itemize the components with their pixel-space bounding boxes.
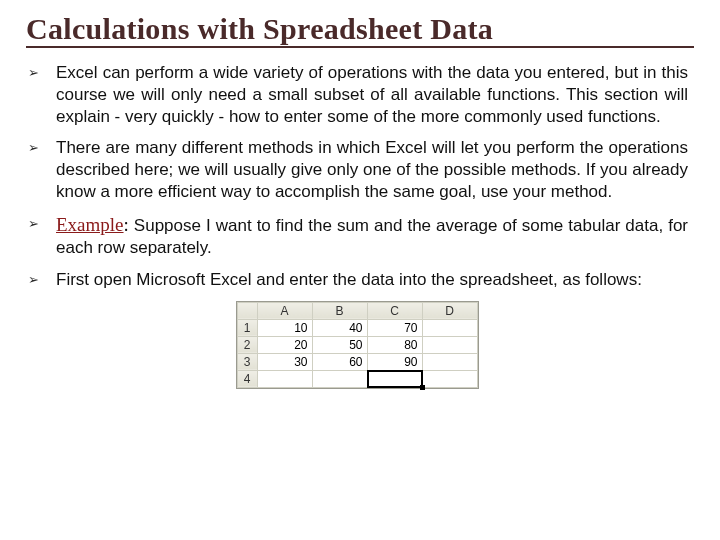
excel-cell: 10: [257, 319, 312, 336]
excel-row-header: 4: [237, 370, 257, 387]
excel-column-header: D: [422, 302, 477, 319]
excel-cell: [422, 353, 477, 370]
excel-cell: [422, 336, 477, 353]
excel-cell: 80: [367, 336, 422, 353]
paragraph: Excel can perform a wide variety of oper…: [56, 62, 688, 127]
excel-cell: [422, 370, 477, 387]
chevron-right-icon: ➢: [26, 62, 56, 84]
excel-row: 2 20 50 80: [237, 336, 477, 353]
excel-row: 1 10 40 70: [237, 319, 477, 336]
chevron-right-icon: ➢: [26, 137, 56, 159]
fill-handle-icon: [420, 385, 425, 390]
excel-cell: 30: [257, 353, 312, 370]
paragraph: First open Microsoft Excel and enter the…: [56, 269, 688, 291]
spreadsheet-figure: A B C D 1 10 40 70 2 20: [26, 301, 688, 389]
excel-cell: 50: [312, 336, 367, 353]
excel-cell: 20: [257, 336, 312, 353]
selection-outline-icon: [367, 370, 423, 388]
example-text: Suppose I want to find the sum and the a…: [56, 216, 688, 257]
excel-cell: 60: [312, 353, 367, 370]
excel-active-cell: [367, 370, 422, 387]
chevron-right-icon: ➢: [26, 213, 56, 235]
chevron-right-icon: ➢: [26, 269, 56, 291]
excel-header-row: A B C D: [237, 302, 477, 319]
excel-cell: 40: [312, 319, 367, 336]
body-content: ➢ Excel can perform a wide variety of op…: [20, 62, 700, 389]
excel-row-header: 1: [237, 319, 257, 336]
example-heading: Example: [56, 214, 124, 235]
slide: Calculations with Spreadsheet Data ➢ Exc…: [0, 0, 720, 540]
excel-cell: [422, 319, 477, 336]
bullet-item-1: ➢ Excel can perform a wide variety of op…: [26, 62, 688, 127]
excel-corner-cell: [237, 302, 257, 319]
bullet-item-4: ➢ First open Microsoft Excel and enter t…: [26, 269, 688, 291]
excel-cell: [257, 370, 312, 387]
excel-column-header: B: [312, 302, 367, 319]
excel-column-header: C: [367, 302, 422, 319]
page-title: Calculations with Spreadsheet Data: [26, 12, 694, 48]
bullet-item-2: ➢ There are many different methods in wh…: [26, 137, 688, 202]
excel-cell: 90: [367, 353, 422, 370]
excel-table: A B C D 1 10 40 70 2 20: [237, 302, 478, 388]
excel-row: 3 30 60 90: [237, 353, 477, 370]
bullet-item-example: ➢ Example: Suppose I want to find the su…: [26, 213, 688, 259]
excel-column-header: A: [257, 302, 312, 319]
excel-row-header: 2: [237, 336, 257, 353]
excel-cell: 70: [367, 319, 422, 336]
excel-row: 4: [237, 370, 477, 387]
excel-row-header: 3: [237, 353, 257, 370]
paragraph: Example: Suppose I want to find the sum …: [56, 213, 688, 259]
excel-cell: [312, 370, 367, 387]
paragraph: There are many different methods in whic…: [56, 137, 688, 202]
excel-grid: A B C D 1 10 40 70 2 20: [236, 301, 479, 389]
